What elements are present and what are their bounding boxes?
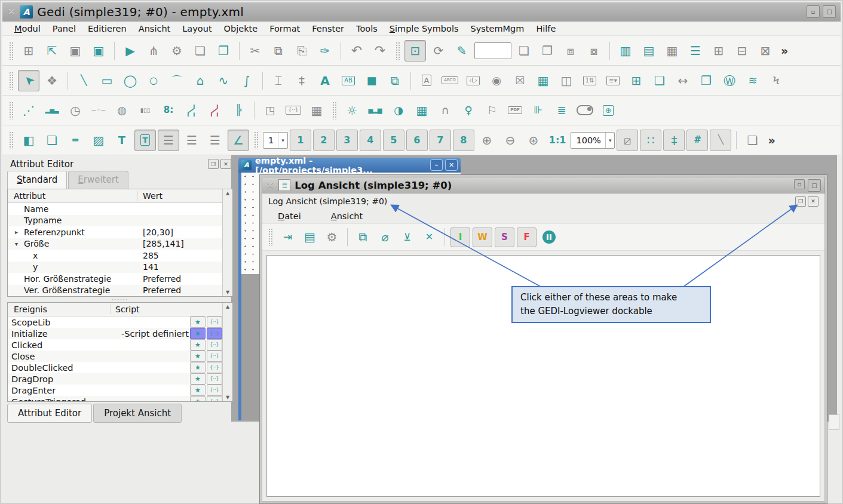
send-to-back-icon[interactable]: ❐ xyxy=(537,40,558,62)
script-editor-button[interactable]: {··} xyxy=(207,362,222,373)
angle-tool-icon[interactable]: ∠ xyxy=(228,130,249,151)
text-format-icon[interactable]: T xyxy=(134,130,156,151)
minimize-child-button[interactable]: – xyxy=(430,159,443,171)
frame-widget-icon[interactable]: ❏ xyxy=(649,70,670,91)
alarm-panel-icon[interactable]: ☼ xyxy=(341,100,363,121)
menu-item-objekte[interactable]: Objekte xyxy=(218,23,264,35)
embedded-module-icon[interactable]: ⧉ xyxy=(384,70,406,91)
script-editor-button[interactable]: {··} xyxy=(207,339,222,351)
layout-rows-icon[interactable]: ▤ xyxy=(638,40,660,62)
event-row-dragenter[interactable]: DragEnter★{··} xyxy=(8,385,222,396)
show-grid-icon[interactable]: ∷ xyxy=(640,130,661,151)
script-wizard-button[interactable]: ★ xyxy=(190,396,206,401)
close-child-button[interactable]: ✕ xyxy=(445,159,458,171)
chevron-down-icon[interactable]: ▾ xyxy=(605,133,615,148)
layout-grid-icon[interactable]: ▦ xyxy=(661,40,683,62)
script-editor-button[interactable]: {··} xyxy=(207,351,222,362)
menu-item-panel[interactable]: Panel xyxy=(47,23,82,35)
layer-3-button[interactable]: 3 xyxy=(336,130,358,151)
fill-color-icon[interactable]: ◧ xyxy=(18,130,39,151)
event-table-header[interactable]: Ereignis Script xyxy=(8,303,222,316)
menu-item-simple-symbols[interactable]: Simple Symbols xyxy=(384,23,465,35)
event-table-scrollbar[interactable]: ▲ ▼ xyxy=(222,303,232,401)
attribute-value[interactable]: Preferred xyxy=(138,274,222,284)
bar-chart-icon[interactable]: ▂▅▃ xyxy=(41,100,63,121)
filter-info-button[interactable]: I xyxy=(450,228,470,247)
event-row-close[interactable]: Close★{··} xyxy=(8,351,222,362)
calendar-event-icon[interactable]: ▦ xyxy=(411,100,433,121)
textedit-widget-icon[interactable]: ABCD xyxy=(439,70,461,91)
script-wizard-button[interactable]: ★ xyxy=(190,316,206,328)
rotate-icon[interactable]: ⟳ xyxy=(428,40,449,62)
tree-connect-icon[interactable]: ⌥ xyxy=(181,100,203,121)
attribute-row-gr-e[interactable]: ▾Größe[285,141] xyxy=(8,238,222,250)
main-titlebar[interactable]: ✕ A Gedi (simple319; #0) - empty.xml ▫ □ xyxy=(2,2,841,21)
zoom-custom-icon[interactable]: ⊛ xyxy=(523,130,544,151)
zigzag-widget-icon[interactable]: Ϟ xyxy=(765,70,787,91)
export-log-icon[interactable]: ⇥ xyxy=(278,228,298,247)
attribute-table-scrollbar[interactable]: ▲ ▼ xyxy=(222,189,232,296)
toggle-widget-icon[interactable] xyxy=(574,100,596,121)
layer-6-button[interactable]: 6 xyxy=(406,130,428,151)
webview-widget-icon[interactable]: Ⓦ xyxy=(719,70,740,91)
menu-item-datei[interactable]: Datei xyxy=(272,210,307,222)
border-color-icon[interactable]: ❏ xyxy=(41,130,63,151)
undo-icon[interactable]: ↶ xyxy=(346,40,367,62)
draw-line-icon[interactable]: ╲ xyxy=(73,70,94,91)
zoom-one-to-one[interactable]: 1:1 xyxy=(546,134,569,146)
script-editor-button[interactable]: {··} xyxy=(207,396,222,401)
attribute-row-typname[interactable]: Typname xyxy=(8,215,222,227)
scroll-up-icon[interactable]: ▲ xyxy=(226,190,229,196)
restore-window-button[interactable]: ▫ xyxy=(807,5,820,18)
script-wizard-button[interactable]: ★ xyxy=(190,339,206,351)
layer-selector[interactable]: 1▾ xyxy=(263,132,288,149)
tree-connect-alt-icon[interactable]: ⌥ xyxy=(204,100,226,121)
format-painter-icon[interactable]: ✑ xyxy=(314,40,336,62)
menu-item-modul[interactable]: Modul xyxy=(8,23,47,35)
copy-log-icon[interactable]: ⧉ xyxy=(353,228,373,247)
trend-plot-icon[interactable]: ⋰ xyxy=(18,100,39,121)
script-wizard-button[interactable]: ★ xyxy=(190,385,206,396)
dock-float-icon[interactable]: ❐ xyxy=(795,196,806,207)
calendar-widget-icon[interactable]: ▦ xyxy=(306,100,327,121)
clear-log-icon[interactable]: ✕ xyxy=(419,228,439,247)
filter-fatal-button[interactable]: F xyxy=(517,228,537,247)
toolbar-grip[interactable] xyxy=(9,42,13,60)
splitter-widget-icon[interactable]: ↔ xyxy=(672,70,694,91)
event-row-scopelib[interactable]: ScopeLib★{··} xyxy=(8,316,222,328)
layer-5-button[interactable]: 5 xyxy=(383,130,404,151)
draw-arc-icon[interactable]: ⌒ xyxy=(166,70,188,91)
tab-standard[interactable]: Standard xyxy=(7,171,67,189)
draw-bezier-icon[interactable]: ∫ xyxy=(236,70,258,91)
clock-widget-icon[interactable]: ◷ xyxy=(65,100,86,121)
restore-log-button[interactable]: ▫ xyxy=(794,179,805,189)
browser-widget-icon[interactable]: ⊕ xyxy=(597,100,619,121)
pause-log-icon[interactable] xyxy=(539,228,559,247)
expand-arrow-icon[interactable]: ▸ xyxy=(15,229,24,235)
pie-chart-icon[interactable]: ◑ xyxy=(388,100,409,121)
text-field-icon[interactable]: AB xyxy=(338,70,359,91)
align-right-icon[interactable]: ☰ xyxy=(204,130,226,151)
column-attribut[interactable]: Attribut xyxy=(8,191,138,201)
listview-widget-icon[interactable]: ◫ xyxy=(556,70,577,91)
trend-widget-icon[interactable]: ≋ xyxy=(742,70,764,91)
tree-view-icon[interactable]: ╠ xyxy=(228,100,249,121)
maximize-window-button[interactable]: □ xyxy=(823,5,836,18)
child-window-titlebar[interactable]: A empty.xml - [/opt/projects/simple3... … xyxy=(238,158,461,173)
layout-stack-icon[interactable]: ☰ xyxy=(685,40,706,62)
layer-2-button[interactable]: 2 xyxy=(313,130,335,151)
maximize-log-button[interactable]: □ xyxy=(808,179,821,192)
align-left-icon[interactable]: ☰ xyxy=(158,130,179,151)
menu-item-hilfe[interactable]: Hilfe xyxy=(530,23,562,35)
cut-icon[interactable]: ✂ xyxy=(244,40,266,62)
toolbar-grip[interactable] xyxy=(9,72,13,90)
layout-disable-icon[interactable]: ⊠ xyxy=(755,40,776,62)
filter-warning-button[interactable]: W xyxy=(473,228,492,247)
dock-close-icon[interactable]: ✕ xyxy=(220,159,231,169)
layout-add-icon[interactable]: ⊞ xyxy=(708,40,729,62)
attribute-editor-header[interactable]: Attribut Editor ❐ ✕ xyxy=(7,156,233,171)
tab-erweitert[interactable]: Erweitert xyxy=(68,171,128,189)
script-wizard-button[interactable]: ★ xyxy=(190,373,206,385)
zoom-in-icon[interactable]: ⊕ xyxy=(476,130,498,151)
attribute-row-referenzpunkt[interactable]: ▸Referenzpunkt[20,30] xyxy=(8,226,222,238)
